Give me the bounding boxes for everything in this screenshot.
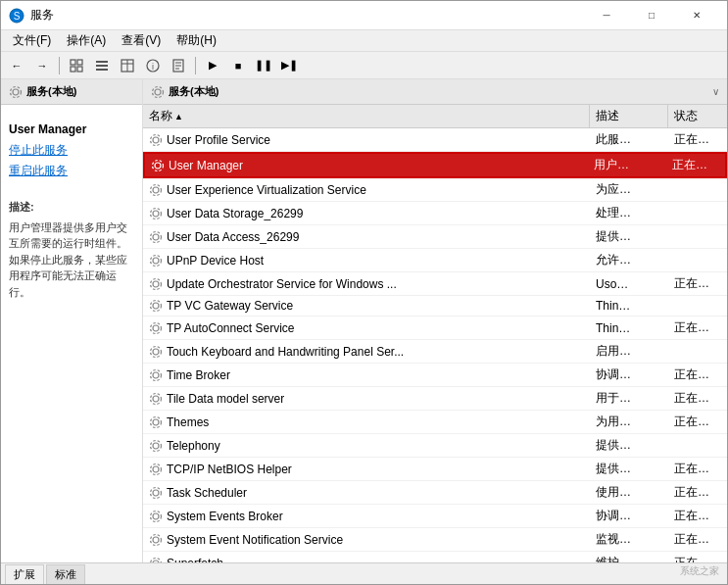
restart-button[interactable]: ▶❚: [277, 55, 301, 76]
svg-point-28: [153, 211, 159, 217]
table-row[interactable]: System Event Notification Service监视…正在…: [143, 528, 727, 552]
svg-text:S: S: [14, 11, 21, 22]
toolbar-separator-2: [195, 57, 196, 74]
toolbar-btn-1[interactable]: [65, 55, 88, 76]
toolbar-btn-2[interactable]: [90, 55, 114, 76]
service-name-cell: UPnP Device Host: [143, 249, 590, 271]
desc-text: 用户管理器提供多用户交互所需要的运行时组件。如果停止此服务，某些应用程序可能无法…: [9, 219, 134, 301]
table-row[interactable]: TCP/IP NetBIOS Helper提供…正在…: [143, 458, 727, 481]
table-row[interactable]: Touch Keyboard and Handwriting Panel Ser…: [143, 340, 727, 364]
svg-point-46: [153, 419, 159, 425]
service-icon: [149, 299, 163, 313]
service-name-cell: Update Orchestrator Service for Windows …: [143, 272, 590, 295]
table-row[interactable]: User Data Access_26299提供…: [143, 225, 727, 249]
back-button[interactable]: ←: [5, 55, 28, 76]
table-row[interactable]: User Profile Service此服…正在…: [143, 128, 727, 152]
service-table[interactable]: 名称 ▲ 描述 状态 User Profile Service此服…正在…Use…: [143, 105, 727, 562]
table-row[interactable]: User Manager用户…正在…: [143, 152, 727, 178]
service-name-cell: TCP/IP NetBIOS Helper: [143, 458, 590, 480]
service-name-cell: Telephony: [143, 434, 590, 457]
minimize-button[interactable]: ─: [584, 1, 629, 30]
svg-point-18: [13, 89, 19, 95]
main-window: S 服务 ─ □ ✕ 文件(F) 操作(A) 查看(V) 帮助(H) ← →: [0, 0, 728, 585]
table-row[interactable]: TP VC Gateway ServiceThin…: [143, 296, 727, 317]
service-name-text: System Event Notification Service: [167, 533, 343, 547]
service-status-cell: 正在…: [668, 411, 727, 433]
service-icon: [149, 392, 163, 406]
table-row[interactable]: User Data Storage_26299处理…: [143, 202, 727, 225]
title-bar-left: S 服务: [9, 7, 54, 24]
service-status-cell: 正在…: [668, 505, 727, 527]
forward-button[interactable]: →: [30, 55, 54, 76]
svg-point-35: [151, 278, 162, 289]
toolbar-btn-5[interactable]: [167, 55, 190, 76]
pause-button[interactable]: ❚❚: [252, 55, 275, 76]
table-row[interactable]: TP AutoConnect ServiceThin…正在…: [143, 317, 727, 340]
service-icon: [149, 133, 163, 147]
service-icon: [149, 415, 163, 429]
svg-point-44: [153, 396, 159, 402]
service-icon: [149, 230, 163, 244]
col-header-desc[interactable]: 描述: [590, 105, 668, 127]
table-row[interactable]: Tile Data model server用于…正在…: [143, 387, 727, 411]
svg-point-20: [155, 89, 161, 95]
maximize-button[interactable]: □: [629, 1, 674, 30]
close-button[interactable]: ✕: [674, 1, 719, 30]
service-status-cell: 正在…: [668, 128, 727, 151]
stop-service-link[interactable]: 停止此服务: [9, 142, 134, 159]
table-row[interactable]: Task Scheduler使用…正在…: [143, 481, 727, 505]
service-name-cell: User Experience Virtualization Service: [143, 178, 590, 201]
table-header: 名称 ▲ 描述 状态: [143, 105, 727, 128]
service-icon: [149, 345, 163, 359]
menu-file[interactable]: 文件(F): [5, 30, 59, 51]
title-bar: S 服务 ─ □ ✕: [1, 1, 727, 30]
menu-help[interactable]: 帮助(H): [169, 30, 224, 51]
table-row[interactable]: Superfetch维护…正在…: [143, 552, 727, 562]
svg-point-40: [153, 349, 159, 355]
service-status-cell: [668, 249, 727, 271]
service-icon: [149, 510, 163, 523]
service-status-cell: 正在…: [668, 317, 727, 339]
service-status-cell: 正在…: [668, 387, 727, 410]
menu-action[interactable]: 操作(A): [59, 30, 114, 51]
col-header-status[interactable]: 状态: [668, 105, 727, 127]
table-row[interactable]: System Events Broker协调…正在…: [143, 505, 727, 528]
table-row[interactable]: User Experience Virtualization Service为应…: [143, 178, 727, 202]
content-gear-icon: [151, 85, 165, 99]
toolbar-btn-4[interactable]: i: [141, 55, 165, 76]
toolbar-btn-3[interactable]: [116, 55, 139, 76]
service-status-cell: 正在…: [668, 364, 727, 386]
tab-standard[interactable]: 标准: [46, 564, 85, 584]
service-desc-cell: 处理…: [590, 202, 668, 224]
menu-view[interactable]: 查看(V): [114, 30, 169, 51]
svg-point-54: [153, 513, 159, 519]
svg-rect-5: [77, 67, 82, 72]
sidebar: 服务(本地) User Manager 停止此服务 重启此服务 描述: 用户管理…: [1, 79, 143, 562]
table-row[interactable]: Telephony提供…: [143, 434, 727, 458]
tab-expand[interactable]: 扩展: [5, 564, 44, 584]
svg-point-25: [153, 160, 164, 171]
service-desc-cell: 使用…: [590, 481, 668, 504]
service-name-cell: User Manager: [145, 154, 588, 176]
table-row[interactable]: Time Broker协调…正在…: [143, 364, 727, 387]
table-row[interactable]: UPnP Device Host允许…: [143, 249, 727, 272]
svg-point-23: [151, 134, 162, 145]
table-row[interactable]: Themes为用…正在…: [143, 411, 727, 434]
toolbar-separator-1: [59, 57, 60, 74]
main-area: 服务(本地) User Manager 停止此服务 重启此服务 描述: 用户管理…: [1, 79, 727, 562]
service-desc-cell: 为用…: [590, 411, 668, 433]
service-name-text: TP VC Gateway Service: [167, 299, 293, 313]
stop-button[interactable]: ■: [226, 55, 250, 76]
status-bar: 扩展 标准: [1, 562, 727, 584]
svg-point-33: [151, 255, 162, 266]
restart-service-link[interactable]: 重启此服务: [9, 163, 134, 179]
play-button[interactable]: ▶: [201, 55, 224, 76]
svg-point-34: [153, 281, 159, 287]
window-title: 服务: [30, 7, 54, 24]
toolbar: ← →: [1, 52, 727, 79]
col-header-name[interactable]: 名称 ▲: [143, 105, 590, 127]
table-row[interactable]: Update Orchestrator Service for Windows …: [143, 272, 727, 296]
service-icon: [149, 439, 163, 453]
service-status-cell: 正在…: [666, 154, 725, 176]
service-name-cell: System Events Broker: [143, 505, 590, 527]
